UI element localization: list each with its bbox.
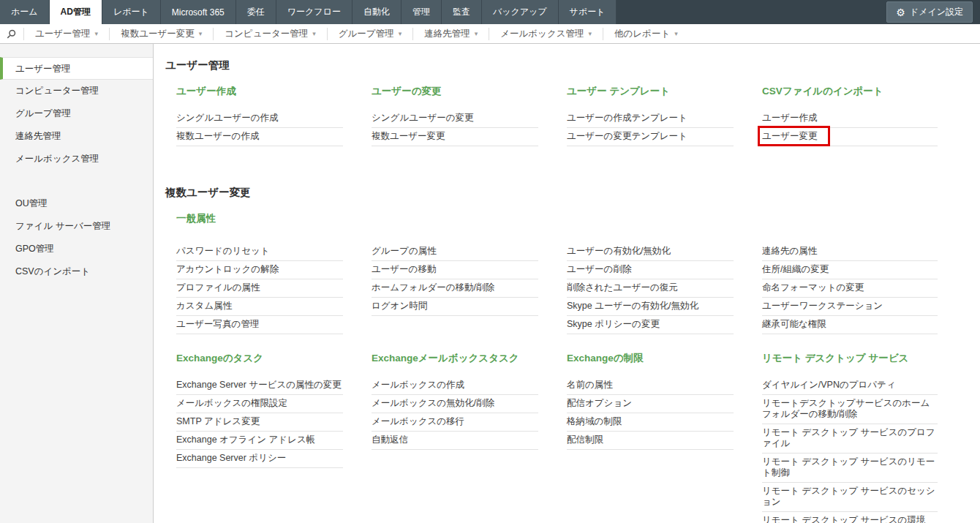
task-link[interactable]: 格納域の制限 (567, 413, 734, 432)
task-link[interactable]: Skype ユーザーの有効化/無効化 (567, 298, 734, 316)
toolbar-menu-5[interactable]: メールボックス管理▾ (489, 28, 603, 40)
task-link[interactable]: 継承可能な権限 (762, 316, 938, 334)
toolbar-menu-label: ユーザー管理 (35, 28, 91, 40)
task-link[interactable]: 複数ユーザー変更 (372, 128, 538, 146)
toolbar-menu-label: 他のレポート (614, 28, 670, 40)
task-link[interactable]: ユーザー変更 (762, 128, 938, 146)
group-heading: Exchangeのタスク (176, 352, 372, 365)
sidebar-item-1-0[interactable]: OU管理 (0, 192, 153, 215)
task-link[interactable]: ユーザーの変更テンプレート (567, 128, 734, 146)
task-groups-row: パスワードのリセットアカウントロックの解除プロファイルの属性カスタム属性ユーザー… (176, 243, 980, 334)
task-link[interactable]: グループの属性 (372, 243, 538, 261)
task-link[interactable]: 配信制限 (567, 432, 734, 450)
task-link[interactable]: ユーザーワークステーション (762, 298, 938, 316)
nav-tab-4[interactable]: 委任 (236, 0, 276, 24)
task-link[interactable]: ユーザーの有効化/無効化 (567, 243, 734, 261)
task-link[interactable]: ホームフォルダーの移動/削除 (372, 279, 538, 298)
task-link[interactable]: リモート デスクトップ サービスの環境 (762, 512, 938, 523)
toolbar-menu-4[interactable]: 連絡先管理▾ (412, 28, 489, 40)
section-1: 複数ユーザー変更一般属性パスワードのリセットアカウントロックの解除プロファイルの… (165, 186, 980, 523)
task-link[interactable]: メールボックスの移行 (372, 413, 538, 432)
gear-icon: ⚙ (896, 7, 905, 18)
task-link[interactable]: 命名フォーマットの変更 (762, 279, 938, 298)
nav-tab-3[interactable]: Microsoft 365 (161, 0, 236, 24)
task-link[interactable]: アカウントロックの解除 (176, 261, 343, 279)
task-link[interactable]: メールボックスの作成 (372, 377, 538, 395)
sidebar-item-1-3[interactable]: CSVのインポート (0, 260, 153, 283)
task-link[interactable]: リモート デスクトップ サービスのリモート制御 (762, 454, 938, 483)
task-link[interactable]: ユーザー写真の管理 (176, 316, 343, 334)
group-heading: Exchangeメールボックスタスク (372, 352, 567, 365)
task-link[interactable]: プロファイルの属性 (176, 279, 343, 298)
group-heading: 一般属性 (176, 212, 980, 225)
chevron-down-icon: ▾ (312, 28, 316, 40)
nav-tab-0[interactable]: ホーム (0, 0, 50, 24)
task-link[interactable]: メールボックスの無効化/削除 (372, 395, 538, 413)
sidebar-item-0-4[interactable]: メールボックス管理 (0, 148, 153, 170)
task-link[interactable]: ログオン時間 (372, 298, 538, 316)
sidebar-item-0-1[interactable]: コンピューター管理 (0, 80, 153, 102)
toolbar-menu-1[interactable]: 複数ユーザー変更▾ (109, 28, 213, 40)
search-icon[interactable] (0, 29, 23, 39)
task-link-column: 連絡先の属性住所/組織の変更命名フォーマットの変更ユーザーワークステーション継承… (762, 243, 967, 334)
task-groups-row: ExchangeのタスクExchange Server サービスの属性の変更メー… (176, 352, 980, 523)
task-link[interactable]: 複数ユーザーの作成 (176, 128, 343, 146)
task-link[interactable]: カスタム属性 (176, 298, 343, 316)
task-links: ユーザー作成ユーザー変更 (762, 110, 967, 146)
task-link[interactable]: Exchange Server ポリシー (176, 450, 343, 468)
group-heading: CSVファイルのインポート (762, 85, 967, 98)
task-links: シングルユーザーの作成複数ユーザーの作成 (176, 110, 372, 146)
task-group: ユーザー作成シングルユーザーの作成複数ユーザーの作成 (176, 85, 372, 146)
task-link[interactable]: SMTP アドレス変更 (176, 413, 343, 432)
task-link[interactable]: シングルユーザーの作成 (176, 110, 343, 128)
nav-tab-10[interactable]: サポート (559, 0, 617, 24)
task-link[interactable]: シングルユーザーの変更 (372, 110, 538, 128)
task-link[interactable]: Exchange オフライン アドレス帳 (176, 432, 343, 450)
task-link[interactable]: 名前の属性 (567, 377, 734, 395)
task-link[interactable]: 連絡先の属性 (762, 243, 938, 261)
task-link[interactable]: ユーザーの移動 (372, 261, 538, 279)
toolbar-menu-2[interactable]: コンピューター管理▾ (213, 28, 327, 40)
task-link[interactable]: ユーザー作成 (762, 110, 938, 128)
nav-tab-2[interactable]: レポート (102, 0, 161, 24)
toolbar-menu-0[interactable]: ユーザー管理▾ (23, 28, 109, 40)
task-links: メールボックスの作成メールボックスの無効化/削除メールボックスの移行自動返信 (372, 377, 567, 450)
task-link[interactable]: リモート デスクトップ サービスのプロファイル (762, 424, 938, 454)
sidebar-item-0-0[interactable]: ユーザー管理 (0, 57, 153, 80)
task-groups-row: ユーザー作成シングルユーザーの作成複数ユーザーの作成ユーザーの変更シングルユーザ… (176, 85, 980, 146)
page-body: ユーザー管理コンピューター管理グループ管理連絡先管理メールボックス管理OU管理フ… (0, 44, 980, 523)
sidebar-item-0-2[interactable]: グループ管理 (0, 102, 153, 125)
task-link[interactable]: ユーザーの削除 (567, 261, 734, 279)
task-link[interactable]: Skype ポリシーの変更 (567, 316, 734, 334)
toolbar-menu-3[interactable]: グループ管理▾ (327, 28, 412, 40)
task-link[interactable]: リモートデスクトップサービスのホームフォルダーの移動/削除 (762, 395, 938, 424)
nav-tab-5[interactable]: ワークフロー (276, 0, 353, 24)
sidebar-item-1-2[interactable]: GPO管理 (0, 238, 153, 260)
task-link-column: ユーザーの有効化/無効化ユーザーの削除削除されたユーザーの復元Skype ユーザ… (567, 243, 762, 334)
task-link[interactable]: 配信オプション (567, 395, 734, 413)
toolbar-menu-label: コンピューター管理 (225, 28, 308, 40)
nav-tab-8[interactable]: 監査 (442, 0, 482, 24)
task-link[interactable]: ユーザーの作成テンプレート (567, 110, 734, 128)
nav-tab-7[interactable]: 管理 (402, 0, 442, 24)
sidebar-item-1-1[interactable]: ファイル サーバー管理 (0, 215, 153, 238)
nav-tab-9[interactable]: バックアップ (482, 0, 559, 24)
task-link[interactable]: Exchange Server サービスの属性の変更 (176, 377, 343, 395)
task-link[interactable]: リモート デスクトップ サービスのセッション (762, 483, 938, 512)
toolbar-menu-6[interactable]: 他のレポート▾ (603, 28, 689, 40)
task-link[interactable]: メールボックスの権限設定 (176, 395, 343, 413)
task-group: Exchangeメールボックスタスクメールボックスの作成メールボックスの無効化/… (372, 352, 567, 523)
task-link[interactable]: 住所/組織の変更 (762, 261, 938, 279)
task-links: 名前の属性配信オプション格納域の制限配信制限 (567, 377, 762, 450)
group-heading: Exchangeの制限 (567, 352, 762, 365)
task-link[interactable]: パスワードのリセット (176, 243, 343, 261)
task-link[interactable]: 削除されたユーザーの復元 (567, 279, 734, 298)
nav-tab-1[interactable]: AD管理 (50, 0, 102, 24)
nav-tab-6[interactable]: 自動化 (353, 0, 402, 24)
sidebar-item-0-3[interactable]: 連絡先管理 (0, 125, 153, 148)
toolbar-menu-label: 複数ユーザー変更 (121, 28, 195, 40)
task-link[interactable]: ダイヤルイン/VPNのプロパティ (762, 377, 938, 395)
toolbar-menu-label: メールボックス管理 (500, 28, 584, 40)
task-link[interactable]: 自動返信 (372, 432, 538, 450)
domain-settings-button[interactable]: ⚙ ドメイン設定 (886, 1, 973, 23)
